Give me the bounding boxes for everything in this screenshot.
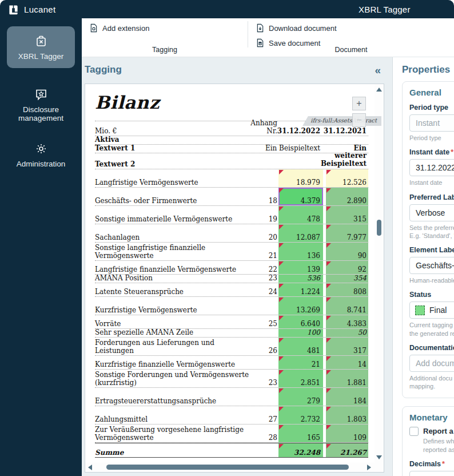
documentation-input[interactable]: Add docum bbox=[409, 355, 454, 372]
table-row: Sonstige Forderungen und Vermögenswerte … bbox=[95, 370, 368, 388]
row-anhang-nr bbox=[252, 443, 278, 457]
value-cell-2021[interactable]: 808 bbox=[326, 283, 368, 296]
zoom-out-button[interactable]: − bbox=[352, 113, 366, 127]
value-cell-2022[interactable]: 2.851 bbox=[278, 370, 323, 387]
value-cell-2022[interactable]: 136 bbox=[278, 243, 323, 260]
value-cell-2022[interactable]: 478 bbox=[278, 206, 323, 224]
nr-header-label: Nr. bbox=[266, 128, 277, 136]
preferred-label-input[interactable]: Verbose bbox=[409, 204, 454, 221]
value-cell-2021[interactable]: 315 bbox=[326, 206, 368, 224]
zoom-in-button[interactable]: + bbox=[352, 97, 366, 110]
download-document-button[interactable]: Download document bbox=[256, 23, 337, 33]
add-extension-button[interactable]: Add extension bbox=[89, 23, 149, 33]
value-cell-2021[interactable]: 7.977 bbox=[326, 224, 368, 242]
value-cell-2022[interactable] bbox=[278, 136, 323, 144]
scroll-left-arrow-icon[interactable] bbox=[88, 465, 92, 470]
value-cell-2022[interactable]: 1.224 bbox=[278, 283, 323, 296]
table-row: Ertragsteuererstattungsansprüche279184 bbox=[95, 388, 368, 406]
value-cell-2021[interactable]: Ein weiterer Beispieltext bbox=[326, 153, 368, 169]
tagging-panel-title: Tagging bbox=[85, 64, 122, 76]
decimals-input[interactable]: -6 bbox=[409, 471, 454, 476]
brand: Lucanet bbox=[8, 4, 55, 15]
value-cell-2022[interactable]: 13.269 bbox=[278, 297, 323, 315]
table-row: Sonstige langfristige finanzielle Vermög… bbox=[95, 243, 368, 261]
scroll-up-arrow-icon[interactable] bbox=[376, 88, 382, 92]
value-cell-2021[interactable]: 1.881 bbox=[326, 370, 368, 387]
main-area: Tagging « Bilanz Mio. € Anhang Nr. 31.12… bbox=[82, 57, 454, 476]
vertical-scroll-thumb[interactable] bbox=[377, 220, 381, 236]
value-cell-2021[interactable]: 21.267 bbox=[326, 443, 368, 457]
status-helper: Current taggingthe generated re bbox=[409, 321, 454, 338]
administration-gear-icon bbox=[34, 142, 48, 156]
brand-name: Lucanet bbox=[24, 5, 55, 14]
horizontal-scrollbar[interactable] bbox=[85, 462, 384, 472]
sidebar-item-label: Disclosure management bbox=[6, 105, 76, 122]
row-label: AMANA Position bbox=[95, 275, 252, 283]
value-cell-2021[interactable]: 2.890 bbox=[326, 188, 368, 205]
value-cell-2022[interactable]: 481 bbox=[278, 338, 323, 355]
value-cell-2022[interactable]: Ein Beispieltext bbox=[278, 145, 323, 153]
value-cell-2022[interactable]: 100 bbox=[278, 329, 323, 337]
value-cell-2021[interactable]: 90 bbox=[326, 243, 368, 260]
row-anhang-nr bbox=[252, 153, 278, 169]
collapse-panel-icon[interactable]: « bbox=[375, 65, 381, 76]
value-cell-2021[interactable]: 92 bbox=[326, 261, 368, 274]
period-type-input[interactable]: Instant bbox=[409, 114, 454, 132]
instant-date-helper: Instant date bbox=[409, 178, 454, 187]
row-label: Latente Steueransprüche bbox=[95, 283, 252, 296]
value-cell-2021[interactable]: 317 bbox=[326, 338, 368, 355]
table-row: AMANA Position23536354 bbox=[95, 275, 368, 283]
value-cell-2022[interactable]: 4.379 bbox=[278, 188, 323, 205]
anhang-nr-header: Anhang Nr. bbox=[252, 120, 278, 136]
value-cell-2021[interactable]: 14 bbox=[326, 356, 368, 369]
sidebar-item-label: Administration bbox=[17, 160, 66, 168]
status-value: Final bbox=[429, 306, 447, 315]
value-cell-2022[interactable]: 18.979 bbox=[278, 169, 323, 187]
value-cell-2021[interactable]: 50 bbox=[326, 329, 368, 337]
horizontal-scroll-thumb[interactable] bbox=[106, 465, 349, 470]
instant-date-input[interactable]: 31.12.2022 bbox=[409, 159, 454, 176]
row-anhang-nr: 18 bbox=[252, 188, 278, 205]
xbrl-tag-chip[interactable]: ifrs-full:AssetsAbstract bbox=[302, 116, 381, 126]
value-cell-2021[interactable]: 8.741 bbox=[326, 297, 368, 315]
table-row: Latente Steueransprüche241.224808 bbox=[95, 283, 368, 297]
element-label-label: Element Label bbox=[409, 246, 454, 254]
vertical-scrollbar[interactable] bbox=[375, 84, 384, 463]
sidebar-item-disclosure-management[interactable]: Disclosure management bbox=[0, 88, 82, 122]
row-label: Langfristige finanzielle Vermögenswerte bbox=[95, 261, 252, 274]
table-row: Zahlungsmittel272.7321.803 bbox=[95, 406, 368, 425]
sidebar-item-administration[interactable]: Administration bbox=[0, 142, 82, 168]
value-cell-2021[interactable] bbox=[326, 136, 368, 144]
document-title: Bilanz bbox=[95, 92, 365, 113]
value-cell-2022[interactable] bbox=[278, 153, 323, 169]
value-cell-2021[interactable]: 1.803 bbox=[326, 406, 368, 424]
value-cell-2022[interactable]: 279 bbox=[278, 388, 323, 406]
element-label-field: Element Label Geschäfts- Human-readable bbox=[409, 246, 454, 284]
value-cell-2022[interactable]: 21 bbox=[278, 356, 323, 369]
value-cell-2022[interactable]: 536 bbox=[278, 275, 323, 283]
value-cell-2022[interactable]: 139 bbox=[278, 261, 323, 274]
value-cell-2021[interactable]: 354 bbox=[326, 275, 368, 283]
scroll-right-arrow-icon[interactable] bbox=[367, 465, 371, 470]
value-cell-2022[interactable]: 2.732 bbox=[278, 406, 323, 424]
report-as-checkbox-row: Report a bbox=[409, 427, 454, 436]
status-label: Status bbox=[409, 291, 454, 299]
general-section-header: General bbox=[409, 88, 454, 97]
status-final-swatch bbox=[415, 306, 425, 315]
value-cell-2022[interactable]: 165 bbox=[278, 425, 323, 442]
row-label: Ertragsteuererstattungsansprüche bbox=[95, 388, 252, 406]
properties-panel: Properties General Period type Instant P… bbox=[392, 57, 454, 476]
value-cell-2021[interactable]: 4.383 bbox=[326, 315, 368, 328]
value-cell-2021[interactable]: 184 bbox=[326, 388, 368, 406]
sidebar-item-xbrl-tagger[interactable]: XBRL Tagger bbox=[7, 26, 75, 68]
scroll-down-arrow-icon[interactable] bbox=[376, 455, 382, 459]
value-cell-2022[interactable]: 6.640 bbox=[278, 315, 323, 328]
value-cell-2021[interactable]: 109 bbox=[326, 425, 368, 442]
value-cell-2022[interactable]: 32.248 bbox=[278, 443, 323, 457]
status-select[interactable]: Final bbox=[409, 302, 454, 319]
value-cell-2022[interactable]: 12.087 bbox=[278, 224, 323, 242]
value-cell-2021[interactable]: 12.526 bbox=[326, 169, 368, 187]
row-anhang-nr: 28 bbox=[252, 425, 278, 442]
report-as-checkbox[interactable] bbox=[409, 427, 419, 436]
element-label-input[interactable]: Geschäfts- bbox=[409, 257, 454, 274]
